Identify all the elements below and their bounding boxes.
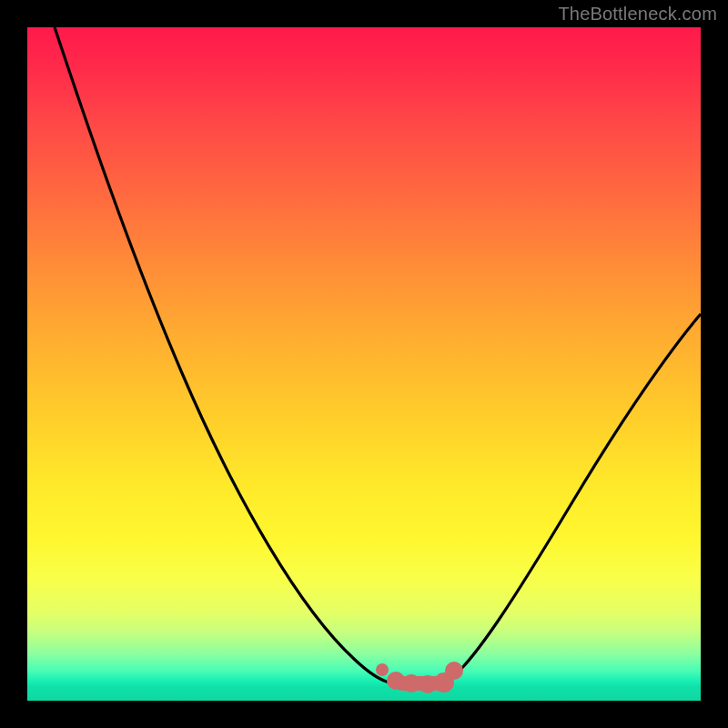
bottleneck-curve	[27, 27, 701, 701]
curve-left	[55, 27, 389, 682]
marker-pill-fill	[395, 676, 450, 691]
plot-frame	[27, 27, 701, 701]
curve-right	[448, 314, 701, 681]
marker-dot	[376, 663, 389, 676]
watermark-text: TheBottleneck.com	[558, 4, 717, 25]
marker-pill-5	[445, 662, 463, 680]
